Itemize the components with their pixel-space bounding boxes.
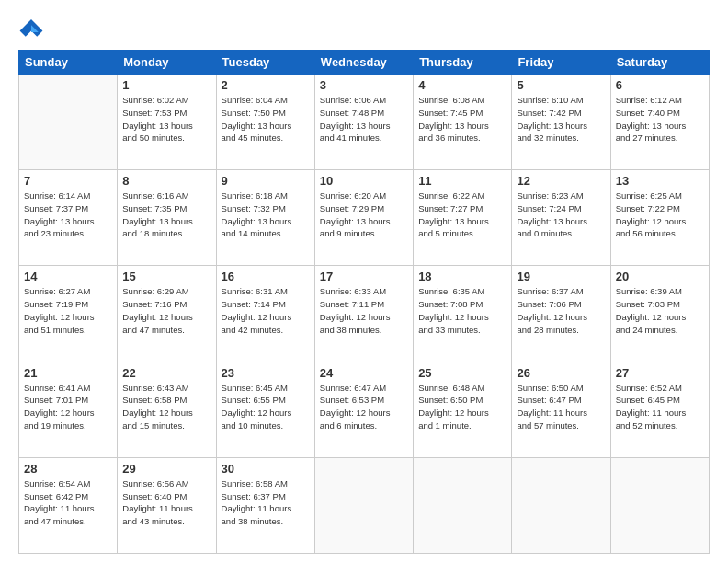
day-info: Sunrise: 6:52 AMSunset: 6:45 PMDaylight:… <box>616 382 704 432</box>
day-info: Sunrise: 6:43 AMSunset: 6:58 PMDaylight:… <box>122 382 210 432</box>
day-info: Sunrise: 6:08 AMSunset: 7:45 PMDaylight:… <box>418 94 506 144</box>
calendar-cell: 30Sunrise: 6:58 AMSunset: 6:37 PMDayligh… <box>216 457 314 553</box>
day-number: 23 <box>222 366 310 380</box>
calendar-cell: 15Sunrise: 6:29 AMSunset: 7:16 PMDayligh… <box>118 266 216 362</box>
day-number: 11 <box>418 174 506 188</box>
week-row-5: 28Sunrise: 6:54 AMSunset: 6:42 PMDayligh… <box>19 457 710 553</box>
day-number: 26 <box>517 366 605 380</box>
day-number: 8 <box>122 174 210 188</box>
calendar-cell: 8Sunrise: 6:16 AMSunset: 7:35 PMDaylight… <box>118 170 216 266</box>
day-number: 20 <box>616 270 704 283</box>
calendar-cell: 1Sunrise: 6:02 AMSunset: 7:53 PMDaylight… <box>118 75 216 170</box>
calendar-cell: 6Sunrise: 6:12 AMSunset: 7:40 PMDaylight… <box>610 75 709 170</box>
day-number: 22 <box>122 366 210 380</box>
day-info: Sunrise: 6:02 AMSunset: 7:53 PMDaylight:… <box>122 94 210 144</box>
calendar-cell: 29Sunrise: 6:56 AMSunset: 6:40 PMDayligh… <box>118 457 216 553</box>
day-number: 10 <box>320 174 408 188</box>
calendar-cell: 18Sunrise: 6:35 AMSunset: 7:08 PMDayligh… <box>414 266 512 362</box>
day-number: 18 <box>418 270 506 283</box>
calendar-cell <box>19 75 118 170</box>
day-number: 27 <box>616 366 704 380</box>
calendar-cell: 3Sunrise: 6:06 AMSunset: 7:48 PMDaylight… <box>314 75 413 170</box>
day-number: 28 <box>24 462 112 476</box>
day-info: Sunrise: 6:35 AMSunset: 7:08 PMDaylight:… <box>418 285 506 336</box>
calendar-table: SundayMondayTuesdayWednesdayThursdayFrid… <box>18 50 710 554</box>
calendar-cell: 23Sunrise: 6:45 AMSunset: 6:55 PMDayligh… <box>216 362 314 457</box>
day-info: Sunrise: 6:31 AMSunset: 7:14 PMDaylight:… <box>222 285 310 336</box>
week-row-1: 1Sunrise: 6:02 AMSunset: 7:53 PMDaylight… <box>19 75 710 170</box>
day-number: 16 <box>222 270 310 283</box>
day-number: 3 <box>320 78 408 92</box>
day-header-wednesday: Wednesday <box>314 51 413 75</box>
day-info: Sunrise: 6:10 AMSunset: 7:42 PMDaylight:… <box>517 94 605 144</box>
day-number: 1 <box>122 78 210 92</box>
day-info: Sunrise: 6:16 AMSunset: 7:35 PMDaylight:… <box>122 190 210 240</box>
calendar-cell: 19Sunrise: 6:37 AMSunset: 7:06 PMDayligh… <box>512 266 610 362</box>
day-info: Sunrise: 6:50 AMSunset: 6:47 PMDaylight:… <box>517 382 605 432</box>
day-number: 17 <box>320 270 408 283</box>
day-info: Sunrise: 6:33 AMSunset: 7:11 PMDaylight:… <box>320 285 408 336</box>
day-header-monday: Monday <box>118 51 216 75</box>
day-number: 25 <box>418 366 506 380</box>
day-info: Sunrise: 6:12 AMSunset: 7:40 PMDaylight:… <box>616 94 704 144</box>
day-info: Sunrise: 6:37 AMSunset: 7:06 PMDaylight:… <box>517 285 605 336</box>
calendar-cell: 11Sunrise: 6:22 AMSunset: 7:27 PMDayligh… <box>414 170 512 266</box>
day-number: 9 <box>222 174 310 188</box>
day-info: Sunrise: 6:14 AMSunset: 7:37 PMDaylight:… <box>24 190 112 240</box>
day-info: Sunrise: 6:25 AMSunset: 7:22 PMDaylight:… <box>616 190 704 240</box>
calendar-cell: 28Sunrise: 6:54 AMSunset: 6:42 PMDayligh… <box>19 457 118 553</box>
day-info: Sunrise: 6:23 AMSunset: 7:24 PMDaylight:… <box>517 190 605 240</box>
day-number: 13 <box>616 174 704 188</box>
calendar-cell: 17Sunrise: 6:33 AMSunset: 7:11 PMDayligh… <box>314 266 413 362</box>
day-header-sunday: Sunday <box>19 51 118 75</box>
calendar-cell: 12Sunrise: 6:23 AMSunset: 7:24 PMDayligh… <box>512 170 610 266</box>
calendar-cell: 7Sunrise: 6:14 AMSunset: 7:37 PMDaylight… <box>19 170 118 266</box>
calendar-cell: 13Sunrise: 6:25 AMSunset: 7:22 PMDayligh… <box>610 170 709 266</box>
day-info: Sunrise: 6:06 AMSunset: 7:48 PMDaylight:… <box>320 94 408 144</box>
calendar-cell: 22Sunrise: 6:43 AMSunset: 6:58 PMDayligh… <box>118 362 216 457</box>
day-info: Sunrise: 6:48 AMSunset: 6:50 PMDaylight:… <box>418 382 506 432</box>
day-info: Sunrise: 6:29 AMSunset: 7:16 PMDaylight:… <box>122 285 210 336</box>
day-number: 24 <box>320 366 408 380</box>
calendar-cell: 2Sunrise: 6:04 AMSunset: 7:50 PMDaylight… <box>216 75 314 170</box>
day-number: 2 <box>222 78 310 92</box>
week-row-2: 7Sunrise: 6:14 AMSunset: 7:37 PMDaylight… <box>19 170 710 266</box>
day-number: 21 <box>24 366 112 380</box>
calendar-cell: 5Sunrise: 6:10 AMSunset: 7:42 PMDaylight… <box>512 75 610 170</box>
calendar-cell: 10Sunrise: 6:20 AMSunset: 7:29 PMDayligh… <box>314 170 413 266</box>
day-info: Sunrise: 6:47 AMSunset: 6:53 PMDaylight:… <box>320 382 408 432</box>
day-header-friday: Friday <box>512 51 610 75</box>
calendar-cell: 9Sunrise: 6:18 AMSunset: 7:32 PMDaylight… <box>216 170 314 266</box>
day-info: Sunrise: 6:54 AMSunset: 6:42 PMDaylight:… <box>24 477 112 528</box>
day-info: Sunrise: 6:58 AMSunset: 6:37 PMDaylight:… <box>222 477 310 528</box>
day-header-tuesday: Tuesday <box>216 51 314 75</box>
day-info: Sunrise: 6:22 AMSunset: 7:27 PMDaylight:… <box>418 190 506 240</box>
day-info: Sunrise: 6:04 AMSunset: 7:50 PMDaylight:… <box>222 94 310 144</box>
day-header-saturday: Saturday <box>610 51 709 75</box>
day-number: 14 <box>24 270 112 283</box>
calendar-cell: 16Sunrise: 6:31 AMSunset: 7:14 PMDayligh… <box>216 266 314 362</box>
header-row: SundayMondayTuesdayWednesdayThursdayFrid… <box>19 51 710 75</box>
calendar-cell: 25Sunrise: 6:48 AMSunset: 6:50 PMDayligh… <box>414 362 512 457</box>
calendar-cell: 27Sunrise: 6:52 AMSunset: 6:45 PMDayligh… <box>610 362 709 457</box>
day-number: 19 <box>517 270 605 283</box>
day-info: Sunrise: 6:18 AMSunset: 7:32 PMDaylight:… <box>222 190 310 240</box>
week-row-4: 21Sunrise: 6:41 AMSunset: 7:01 PMDayligh… <box>19 362 710 457</box>
calendar-cell: 24Sunrise: 6:47 AMSunset: 6:53 PMDayligh… <box>314 362 413 457</box>
calendar-cell <box>512 457 610 553</box>
calendar-cell <box>610 457 709 553</box>
day-number: 4 <box>418 78 506 92</box>
calendar-cell <box>414 457 512 553</box>
day-number: 30 <box>222 462 310 476</box>
day-number: 12 <box>517 174 605 188</box>
day-info: Sunrise: 6:27 AMSunset: 7:19 PMDaylight:… <box>24 285 112 336</box>
calendar-cell: 14Sunrise: 6:27 AMSunset: 7:19 PMDayligh… <box>19 266 118 362</box>
day-header-thursday: Thursday <box>414 51 512 75</box>
page: SundayMondayTuesdayWednesdayThursdayFrid… <box>0 0 728 563</box>
logo-icon <box>18 17 44 42</box>
day-info: Sunrise: 6:41 AMSunset: 7:01 PMDaylight:… <box>24 382 112 432</box>
day-number: 5 <box>517 78 605 92</box>
logo <box>18 17 48 42</box>
calendar-cell: 4Sunrise: 6:08 AMSunset: 7:45 PMDaylight… <box>414 75 512 170</box>
day-info: Sunrise: 6:45 AMSunset: 6:55 PMDaylight:… <box>222 382 310 432</box>
